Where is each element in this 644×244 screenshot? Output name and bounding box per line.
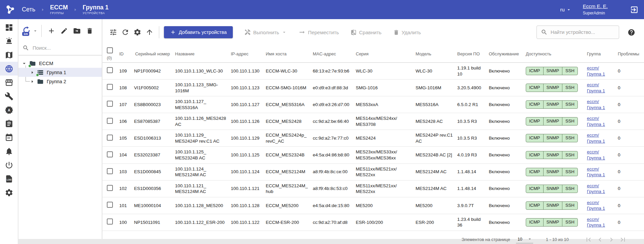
breadcrumb-eccm[interactable]: ECCM ГРУППЫ [50, 4, 68, 15]
device-group-icon [37, 69, 44, 76]
sidebar-item-calendar[interactable] [0, 131, 18, 144]
row-checkbox[interactable] [107, 168, 113, 174]
edit-group-button[interactable] [58, 25, 71, 37]
move-group-button[interactable] [71, 25, 83, 37]
group-link[interactable]: eccm/Группа 1 [587, 116, 605, 127]
app-logo-icon[interactable] [4, 4, 16, 15]
add-devices-button[interactable]: Добавить устройства [164, 26, 233, 38]
column-header[interactable]: Доступность [526, 45, 587, 62]
search-icon [541, 29, 548, 36]
column-header[interactable]: MAC-адрес [313, 45, 356, 62]
execute-button[interactable]: Выполнить [244, 29, 287, 36]
sidebar-item-network[interactable] [0, 62, 18, 76]
logout-icon [630, 5, 639, 14]
caret-right-icon[interactable] [30, 79, 35, 84]
next-page-button[interactable] [606, 234, 617, 244]
export-button[interactable] [143, 26, 156, 38]
delete-group-button[interactable] [83, 25, 96, 37]
column-header[interactable]: Проблемы [618, 45, 644, 62]
row-checkbox[interactable] [107, 135, 113, 141]
sidebar-item-logs[interactable] [0, 172, 18, 186]
column-header[interactable]: ID [119, 45, 134, 62]
table-settings-button[interactable] [131, 26, 143, 38]
availability-badges: ICMPSNMPSSH [526, 84, 578, 92]
tree-node-group1[interactable]: Группа 1 [18, 68, 102, 77]
tree-node-eccm[interactable]: ECCM [18, 59, 102, 68]
column-header[interactable]: Серийный номер [134, 45, 175, 62]
group-link[interactable]: eccm/Группа 1 [587, 99, 605, 110]
sidebar-item-alarms[interactable] [0, 34, 18, 48]
row-checkbox[interactable] [107, 151, 113, 157]
add-devices-label: Добавить устройства [179, 30, 227, 35]
tree-search-input[interactable] [33, 45, 90, 51]
group-link[interactable]: eccm/Группа 1 [587, 217, 605, 228]
cell-ip: 100.110.1.123 [231, 80, 266, 96]
cell-id: 107 [119, 96, 134, 113]
move-button[interactable]: Переместить [298, 29, 339, 36]
language-selector[interactable]: ru [560, 7, 571, 12]
cell-name: 100.110.1.128_​ME5200 [175, 197, 231, 214]
group-link[interactable]: eccm/Группа 1 [587, 149, 605, 160]
delete-button[interactable]: Удалить [393, 29, 421, 36]
sidebar-item-firmware[interactable] [0, 76, 18, 89]
sidebar-item-tasks[interactable] [0, 117, 18, 131]
availability-badge: ICMP [526, 202, 543, 209]
auto-refresh-button[interactable]: 1m [22, 26, 32, 36]
column-header[interactable]: IP-адрес [231, 45, 266, 62]
last-page-button[interactable] [617, 234, 629, 244]
row-checkbox[interactable] [107, 67, 113, 73]
group-link[interactable]: eccm/Группа 1 [587, 65, 605, 77]
row-checkbox[interactable] [107, 101, 113, 107]
group-link[interactable]: eccm/Группа 1 [587, 166, 605, 178]
column-header[interactable]: Обслуживание [489, 45, 526, 62]
page-size-select[interactable]: 10 [516, 236, 533, 243]
breadcrumb-group1[interactable]: Группа 1 УСТРОЙСТВА [83, 4, 109, 15]
cell-model: MES2324B AC [2] [416, 147, 457, 163]
tree-node-group2[interactable]: Группа 2 [18, 77, 102, 86]
cell-hostname: ECCM-SMG-1016M [266, 80, 313, 96]
add-group-button[interactable] [45, 25, 58, 37]
first-page-button[interactable] [583, 234, 594, 244]
device-search-input[interactable] [551, 30, 611, 35]
sidebar-item-notifications[interactable] [0, 144, 18, 158]
column-header[interactable]: Группа [587, 45, 618, 62]
sidebar-item-map[interactable] [0, 48, 18, 62]
sidebar-item-dashboard[interactable] [0, 20, 18, 34]
breadcrumb-label: Сеть [22, 6, 35, 13]
cell-hostname: ECCM_​MES2124M [266, 163, 313, 180]
group-link[interactable]: eccm/Группа 1 [587, 183, 605, 194]
compare-button[interactable]: Сравнить [350, 29, 382, 36]
sidebar-item-settings[interactable] [0, 186, 18, 199]
caret-right-icon[interactable] [30, 70, 35, 75]
user-name-link[interactable]: Eccm E. E. [583, 3, 608, 9]
sidebar-item-monitoring[interactable] [0, 158, 18, 172]
logout-button[interactable] [630, 5, 639, 14]
previous-page-button[interactable] [594, 234, 606, 244]
row-checkbox[interactable] [107, 202, 113, 208]
availability-badge: ICMP [526, 218, 543, 226]
help-button[interactable] [628, 29, 635, 36]
column-header[interactable]: Модель [416, 45, 457, 62]
row-checkbox[interactable] [107, 218, 113, 225]
cell-firmware: 4.0.19 R3 [457, 147, 489, 163]
group-link[interactable]: eccm/Группа 1 [587, 133, 605, 144]
row-checkbox[interactable] [107, 84, 113, 90]
sidebar-item-tools[interactable] [0, 89, 18, 103]
column-header[interactable]: Версия ПО [457, 45, 489, 62]
cell-select [102, 180, 119, 197]
filter-button[interactable] [107, 26, 119, 38]
column-header[interactable]: Имя хоста [266, 45, 313, 62]
breadcrumb-network[interactable]: Сеть [22, 6, 35, 13]
group-link[interactable]: eccm/Группа 1 [587, 200, 605, 211]
row-checkbox[interactable] [107, 118, 113, 124]
select-all-checkbox[interactable] [107, 47, 113, 53]
caret-down-icon[interactable] [21, 60, 27, 66]
cell-mac: cc:9d:a2:be:66:40 [313, 113, 356, 130]
sidebar-item-roles[interactable] [0, 103, 18, 117]
row-checkbox[interactable] [107, 185, 113, 191]
column-header[interactable]: Серия [356, 45, 416, 62]
refresh-button[interactable] [119, 26, 131, 38]
group-link[interactable]: eccm/Группа 1 [587, 82, 605, 93]
column-header[interactable]: Название [175, 45, 231, 62]
chevron-down-icon[interactable] [33, 28, 38, 35]
